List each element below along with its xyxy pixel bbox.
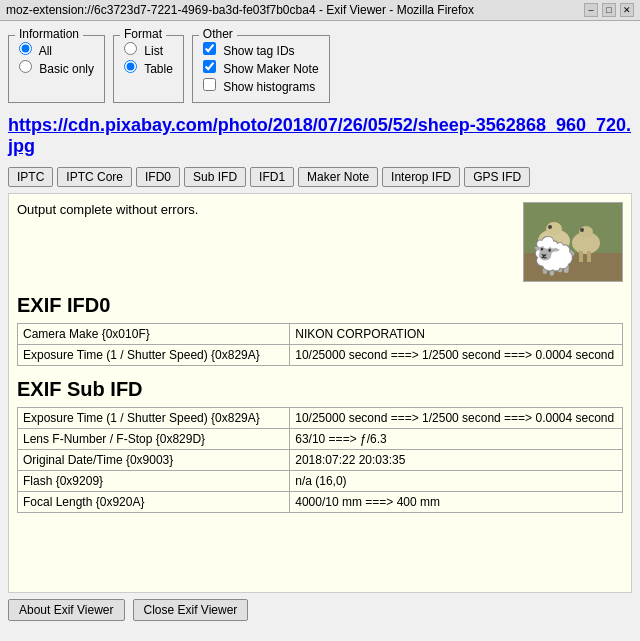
tab-interop-ifd[interactable]: Interop IFD (382, 167, 460, 187)
content-header: Output complete without errors. (17, 202, 623, 282)
footer: About Exif Viewer Close Exif Viewer (0, 593, 640, 627)
tab-sub-ifd[interactable]: Sub IFD (184, 167, 246, 187)
tab-iptc-core[interactable]: IPTC Core (57, 167, 132, 187)
format-group: Format List Table (113, 35, 184, 103)
svg-rect-1 (524, 253, 623, 282)
svg-rect-9 (587, 251, 591, 262)
cell-key-1-1: Lens F-Number / F-Stop {0x829D} (18, 429, 290, 450)
check-show-histograms[interactable]: Show histograms (203, 78, 319, 94)
svg-rect-5 (554, 249, 558, 261)
check-show-maker-note[interactable]: Show Maker Note (203, 60, 319, 76)
minimize-button[interactable]: – (584, 3, 598, 17)
cell-key-0-1: Exposure Time (1 / Shutter Speed) {0x829… (18, 345, 290, 366)
cell-value-1-4: 4000/10 mm ===> 400 mm (290, 492, 623, 513)
data-table-1: Exposure Time (1 / Shutter Speed) {0x829… (17, 407, 623, 513)
table-row: Lens F-Number / F-Stop {0x829D}63/10 ===… (18, 429, 623, 450)
tabs-row: IPTC IPTC Core IFD0 Sub IFD IFD1 Maker N… (0, 161, 640, 193)
cell-value-1-1: 63/10 ===> ƒ/6.3 (290, 429, 623, 450)
radio-basic[interactable]: Basic only (19, 60, 94, 76)
title-bar-controls: – □ ✕ (584, 3, 634, 17)
svg-point-3 (546, 222, 562, 236)
close-button[interactable]: ✕ (620, 3, 634, 17)
format-legend: Format (120, 27, 166, 41)
table-row: Exposure Time (1 / Shutter Speed) {0x829… (18, 408, 623, 429)
maximize-button[interactable]: □ (602, 3, 616, 17)
information-group: Information All Basic only (8, 35, 105, 103)
svg-rect-4 (546, 249, 550, 261)
svg-point-7 (579, 226, 593, 238)
cell-key-1-3: Flash {0x9209} (18, 471, 290, 492)
about-button[interactable]: About Exif Viewer (8, 599, 125, 621)
table-row: Exposure Time (1 / Shutter Speed) {0x829… (18, 345, 623, 366)
table-row: Original Date/Time {0x9003}2018:07:22 20… (18, 450, 623, 471)
other-legend: Other (199, 27, 237, 41)
section-title-1: EXIF Sub IFD (17, 378, 623, 401)
cell-key-1-2: Original Date/Time {0x9003} (18, 450, 290, 471)
radio-table[interactable]: Table (124, 60, 173, 76)
cell-value-0-1: 10/25000 second ===> 1/2500 second ===> … (290, 345, 623, 366)
svg-point-10 (548, 225, 552, 229)
other-group: Other Show tag IDs Show Maker Note Show … (192, 35, 330, 103)
table-row: Flash {0x9209}n/a (16,0) (18, 471, 623, 492)
cell-key-0-0: Camera Make {0x010F} (18, 324, 290, 345)
main-content: Output complete without errors. EXIF IFD… (8, 193, 632, 593)
cell-key-1-4: Focal Length {0x920A} (18, 492, 290, 513)
svg-point-11 (580, 228, 584, 232)
thumbnail-svg (524, 203, 623, 282)
title-bar: moz-extension://6c3723d7-7221-4969-ba3d-… (0, 0, 640, 21)
information-legend: Information (15, 27, 83, 41)
tab-ifd1[interactable]: IFD1 (250, 167, 294, 187)
cell-value-1-3: n/a (16,0) (290, 471, 623, 492)
cell-value-1-2: 2018:07:22 20:03:35 (290, 450, 623, 471)
tab-maker-note[interactable]: Maker Note (298, 167, 378, 187)
radio-list[interactable]: List (124, 42, 173, 58)
sections-container: EXIF IFD0Camera Make {0x010F}NIKON CORPO… (17, 294, 623, 513)
check-show-tag-ids[interactable]: Show tag IDs (203, 42, 319, 58)
svg-rect-8 (579, 251, 583, 262)
table-row: Focal Length {0x920A}4000/10 mm ===> 400… (18, 492, 623, 513)
tab-ifd0[interactable]: IFD0 (136, 167, 180, 187)
data-table-0: Camera Make {0x010F}NIKON CORPORATIONExp… (17, 323, 623, 366)
table-row: Camera Make {0x010F}NIKON CORPORATION (18, 324, 623, 345)
radio-all[interactable]: All (19, 42, 94, 58)
cell-value-1-0: 10/25000 second ===> 1/2500 second ===> … (290, 408, 623, 429)
image-url[interactable]: https://cdn.pixabay.com/photo/2018/07/26… (0, 109, 640, 161)
title-bar-label: moz-extension://6c3723d7-7221-4969-ba3d-… (6, 3, 474, 17)
cell-value-0-0: NIKON CORPORATION (290, 324, 623, 345)
tab-iptc[interactable]: IPTC (8, 167, 53, 187)
options-row: Information All Basic only Format List T… (0, 21, 640, 109)
cell-key-1-0: Exposure Time (1 / Shutter Speed) {0x829… (18, 408, 290, 429)
image-thumbnail (523, 202, 623, 282)
tab-gps-ifd[interactable]: GPS IFD (464, 167, 530, 187)
section-title-0: EXIF IFD0 (17, 294, 623, 317)
close-exif-button[interactable]: Close Exif Viewer (133, 599, 249, 621)
